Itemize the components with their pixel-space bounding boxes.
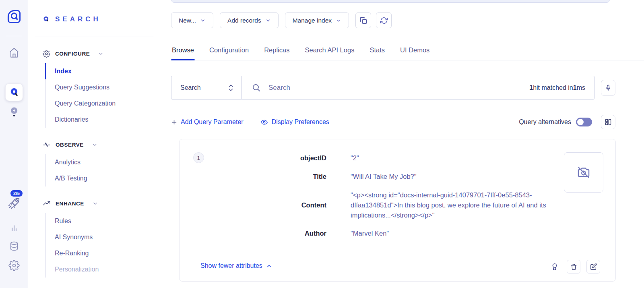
icon-rail: 2/5 <box>0 0 28 288</box>
section-label: ENHANCE <box>56 201 84 207</box>
database-icon[interactable] <box>0 240 28 252</box>
sidebar-item-rules[interactable]: Rules <box>45 213 154 229</box>
promote-record-button[interactable] <box>550 262 559 271</box>
tab-replicas[interactable]: Replicas <box>263 41 290 60</box>
field-label: Author <box>180 228 326 238</box>
new-button[interactable]: New... <box>171 12 213 28</box>
search-mode-select[interactable]: Search <box>171 76 242 99</box>
time-value: 1 <box>573 84 577 91</box>
record-fields: objectID "2" Title "Will AI Take My Job?… <box>180 153 615 247</box>
new-button-label: New... <box>179 17 196 24</box>
sidebar-item-query-categorization[interactable]: Query Categorization <box>45 95 154 112</box>
manage-index-label: Manage index <box>293 17 332 24</box>
section-label: CONFIGURE <box>55 51 90 57</box>
add-query-parameter-link[interactable]: Add Query Parameter <box>171 118 244 126</box>
delete-record-button[interactable] <box>567 260 580 273</box>
chevron-down-icon <box>336 18 341 23</box>
sidebar-item-personalization[interactable]: Personalization <box>45 261 154 278</box>
updown-chevrons-icon <box>227 83 234 93</box>
section-configure[interactable]: CONFIGURE <box>28 50 154 58</box>
sidebar-item-ab-testing[interactable]: A/B Testing <box>45 170 154 186</box>
tab-browse[interactable]: Browse <box>171 41 195 60</box>
recommend-icon[interactable] <box>0 106 28 118</box>
section-observe[interactable]: OBSERVE <box>28 141 154 149</box>
sidebar-item-index[interactable]: Index <box>45 63 154 79</box>
refresh-button[interactable] <box>376 12 392 28</box>
manage-index-button[interactable]: Manage index <box>285 12 349 28</box>
tab-ui-demos[interactable]: UI Demos <box>399 41 430 60</box>
edit-icon <box>590 263 597 271</box>
query-alternatives-label: Query alternatives <box>519 118 571 126</box>
add-records-button[interactable]: Add records <box>220 12 279 28</box>
field-value: "Marvel Ken" <box>351 228 389 238</box>
field-row-objectid: objectID "2" <box>180 153 615 163</box>
search-product-icon[interactable] <box>5 83 23 101</box>
microphone-icon <box>605 84 612 92</box>
field-label: objectID <box>180 153 326 163</box>
query-alternatives-toggle[interactable] <box>576 118 592 126</box>
query-options-row: Add Query Parameter Display Preferences … <box>171 114 615 130</box>
record-card: 1 objectID "2" Title "Will AI Take My Jo… <box>179 139 616 282</box>
copy-icon <box>359 17 367 25</box>
add-records-label: Add records <box>227 17 261 24</box>
display-preferences-link[interactable]: Display Preferences <box>260 118 329 126</box>
sidebar-item-query-suggestions[interactable]: Query Suggestions <box>45 79 154 95</box>
gear-icon[interactable] <box>0 260 28 271</box>
chevron-down-icon <box>92 201 98 207</box>
index-toolbar: New... Add records Manage index <box>171 12 392 28</box>
chevron-down-icon <box>200 18 206 23</box>
edit-record-button[interactable] <box>586 260 600 273</box>
tab-configuration[interactable]: Configuration <box>208 41 250 60</box>
search-stats: 1 hit matched in 1 ms <box>529 84 594 91</box>
eye-icon <box>260 118 268 126</box>
main-content: New... Add records Manage index <box>154 0 644 288</box>
search-bar: Search 1 hit matched in 1 ms <box>171 76 594 99</box>
grid-layout-icon <box>605 118 612 126</box>
algolia-dashboard: 2/5 <box>0 0 644 288</box>
tab-stats[interactable]: Stats <box>369 41 386 60</box>
chevron-down-icon <box>98 51 104 57</box>
search-icon <box>252 83 261 93</box>
field-label: Content <box>180 200 326 210</box>
voice-search-button[interactable] <box>601 80 615 96</box>
copy-index-button[interactable] <box>355 12 371 28</box>
time-unit: ms <box>577 84 585 91</box>
show-fewer-attributes-link[interactable]: Show fewer attributes <box>200 262 272 269</box>
chevron-down-icon <box>92 142 98 148</box>
bar-chart-icon[interactable] <box>0 222 28 233</box>
sidebar-divider <box>35 37 154 37</box>
rocket-icon[interactable] <box>0 196 28 210</box>
algolia-logo-icon[interactable] <box>6 9 22 24</box>
usage-badge: 2/5 <box>10 190 23 197</box>
section-enhance[interactable]: ENHANCE <box>28 199 154 207</box>
home-icon[interactable] <box>0 46 28 59</box>
camera-off-icon <box>576 165 591 180</box>
field-label: Title <box>180 172 326 182</box>
tab-search-api-logs[interactable]: Search API Logs <box>304 41 355 60</box>
search-input[interactable] <box>268 84 522 92</box>
product-title: SEARCH <box>55 15 101 23</box>
hits-count: 1 <box>529 84 533 91</box>
display-preferences-label: Display Preferences <box>272 118 329 126</box>
display-mode-button[interactable] <box>601 115 615 129</box>
sidebar-item-ai-synonyms[interactable]: AI Synonyms <box>45 229 154 245</box>
trash-icon <box>570 263 578 271</box>
hits-label: hit matched in <box>533 84 573 91</box>
award-icon <box>550 262 559 271</box>
record-actions <box>550 260 600 273</box>
sidebar-item-dictionaries[interactable]: Dictionaries <box>45 112 154 128</box>
product-header: SEARCH <box>28 0 154 23</box>
gear-icon <box>43 50 50 58</box>
search-glyph-icon <box>43 16 50 23</box>
activity-icon <box>43 141 51 149</box>
sidebar-item-analytics[interactable]: Analytics <box>45 154 154 170</box>
field-value: "2" <box>351 153 359 163</box>
field-value: "<p><strong id="docs-internal-guid-14079… <box>351 190 570 220</box>
field-row-author: Author "Marvel Ken" <box>180 228 615 238</box>
section-label: OBSERVE <box>56 142 84 148</box>
sidebar-item-re-ranking[interactable]: Re-Ranking <box>45 245 154 261</box>
plus-icon <box>171 119 177 125</box>
record-image-placeholder <box>564 152 603 193</box>
chevron-down-icon <box>265 18 271 23</box>
field-row-title: Title "Will AI Take My Job?" <box>180 172 615 182</box>
